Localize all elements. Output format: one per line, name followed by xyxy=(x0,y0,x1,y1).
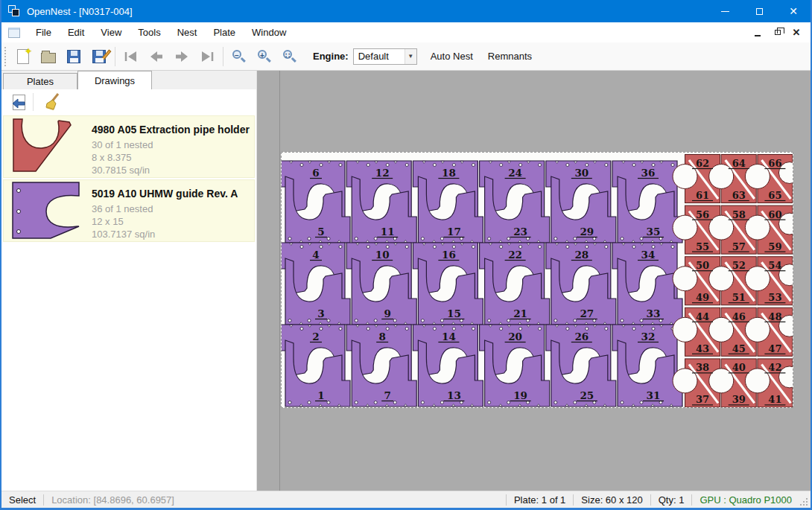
tab-strip: Plates Drawings xyxy=(1,71,256,89)
drawing-thumbnail-red xyxy=(11,122,86,171)
part-number: 65 xyxy=(768,190,781,201)
zoom-fit-button[interactable]: ∷ xyxy=(277,45,302,68)
maximize-icon xyxy=(756,8,763,15)
toolbar-grip xyxy=(4,47,7,66)
part-number: 21 xyxy=(513,307,527,319)
drawing-item[interactable]: 5019 A10 UHMW guide Rev. A 36 of 1 neste… xyxy=(3,179,255,242)
zoom-in-button[interactable]: + xyxy=(252,45,277,68)
drawing-title: 5019 A10 UHMW guide Rev. A xyxy=(92,188,250,200)
part-number: 56 xyxy=(696,209,709,220)
part-number: 45 xyxy=(732,343,746,354)
part-number: 24 xyxy=(508,167,522,179)
drawing-item[interactable]: 4980 A05 Extraction pipe holder 30 of 1 … xyxy=(3,115,255,178)
drawing-thumbnail-purple xyxy=(11,186,86,235)
part-number: 18 xyxy=(442,167,456,179)
drawing-size: 8 x 8.375 xyxy=(92,151,250,164)
import-drawing-button[interactable] xyxy=(6,92,31,112)
part-number: 27 xyxy=(580,307,594,319)
plate-canvas[interactable]: 6512111817242330293635431091615222128273… xyxy=(281,152,793,408)
part-number: 19 xyxy=(513,389,527,401)
part-number: 11 xyxy=(381,226,395,238)
menu-window[interactable]: Window xyxy=(244,22,294,42)
menu-plate[interactable]: Plate xyxy=(205,22,244,42)
zoom-in-icon: + xyxy=(257,49,272,64)
drawings-toolbar xyxy=(1,89,256,115)
tab-drawings[interactable]: Drawings xyxy=(77,71,152,89)
minimize-button[interactable] xyxy=(708,0,742,22)
part-number: 23 xyxy=(513,226,527,238)
part-number: 48 xyxy=(768,311,781,322)
first-plate-button[interactable] xyxy=(118,45,144,68)
mdi-minimize-button[interactable] xyxy=(749,26,766,39)
clear-drawings-button[interactable] xyxy=(39,92,65,112)
status-bar: Select Location: [84.8696, 60.6957] Plat… xyxy=(1,491,811,508)
drawing-area: 30.7815 sq/in xyxy=(92,164,250,176)
part-number: 32 xyxy=(641,331,656,342)
open-folder-icon xyxy=(41,53,56,63)
part-number: 20 xyxy=(508,331,522,342)
last-arrow-icon xyxy=(200,51,215,63)
drawing-title: 4980 A05 Extraction pipe holder xyxy=(92,124,250,136)
next-plate-button[interactable] xyxy=(169,45,194,68)
part-number: 57 xyxy=(732,241,746,252)
part-number: 12 xyxy=(375,167,390,179)
new-button[interactable]: ✦ xyxy=(10,45,36,68)
save-as-button[interactable] xyxy=(86,45,112,68)
part-number: 4 xyxy=(312,249,319,261)
menu-edit[interactable]: Edit xyxy=(60,22,92,42)
broom-icon xyxy=(44,93,60,111)
engine-select[interactable]: Default ▼ xyxy=(353,48,417,65)
left-panel: Plates Drawings xyxy=(1,71,257,491)
part-number: 16 xyxy=(442,249,456,261)
part-number: 38 xyxy=(696,362,709,373)
menu-nest[interactable]: Nest xyxy=(169,22,206,42)
mdi-close-button[interactable]: ✕ xyxy=(788,26,805,39)
first-arrow-icon xyxy=(124,51,139,63)
close-button[interactable]: ✕ xyxy=(776,0,811,22)
auto-nest-button[interactable]: Auto Nest xyxy=(423,46,480,67)
menu-view[interactable]: View xyxy=(92,22,130,42)
part-number: 5 xyxy=(317,226,324,238)
part-number: 47 xyxy=(768,343,781,354)
part-number: 52 xyxy=(732,260,746,271)
window-title: OpenNest - [N0317-004] xyxy=(27,6,133,17)
nest-plate[interactable]: 6512111817242330293635431091615222128273… xyxy=(282,153,793,407)
menu-file[interactable]: File xyxy=(28,22,60,42)
engine-value: Default xyxy=(354,51,405,62)
menu-tools[interactable]: Tools xyxy=(130,22,168,42)
save-button[interactable] xyxy=(61,45,86,68)
part-number: 37 xyxy=(696,394,709,405)
mdi-document-icon[interactable] xyxy=(8,28,20,38)
part-number: 43 xyxy=(696,343,709,354)
part-number: 2 xyxy=(312,331,319,342)
chevron-down-icon[interactable]: ▼ xyxy=(405,49,416,64)
previous-arrow-icon xyxy=(149,51,164,63)
nest-workspace[interactable]: 6512111817242330293635431091615222128273… xyxy=(257,71,811,491)
open-button[interactable] xyxy=(36,45,61,68)
part-number: 40 xyxy=(732,362,746,373)
part-number: 17 xyxy=(447,226,461,238)
maximize-button[interactable] xyxy=(742,0,776,22)
mdi-restore-button[interactable] xyxy=(769,26,785,39)
part-number: 61 xyxy=(696,190,709,201)
status-size: Size: 60 x 120 xyxy=(574,494,650,506)
part-number: 10 xyxy=(375,249,390,261)
app-icon xyxy=(8,5,20,17)
previous-plate-button[interactable] xyxy=(144,45,169,68)
status-gpu: GPU : Quadro P1000 xyxy=(692,494,799,506)
status-mode: Select xyxy=(1,494,43,506)
zoom-out-button[interactable]: − xyxy=(226,45,252,68)
tab-plates[interactable]: Plates xyxy=(3,73,77,89)
part-number: 7 xyxy=(384,389,390,401)
resize-grip[interactable] xyxy=(799,497,808,506)
part-number: 59 xyxy=(768,241,781,252)
status-location: Location: [84.8696, 60.6957] xyxy=(44,494,182,506)
part-number: 15 xyxy=(447,307,461,319)
close-icon: ✕ xyxy=(789,6,798,16)
part-number: 3 xyxy=(317,307,324,319)
part-number: 53 xyxy=(768,292,781,303)
status-qty: Qty: 1 xyxy=(651,494,692,506)
workspace-border xyxy=(279,71,280,491)
remnants-button[interactable]: Remnants xyxy=(480,46,539,67)
last-plate-button[interactable] xyxy=(194,45,220,68)
